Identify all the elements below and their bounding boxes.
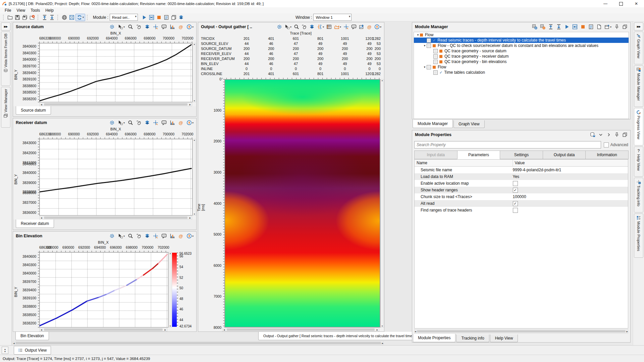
settings-icon[interactable]: [109, 24, 115, 29]
select-mode-icon[interactable]: ▾: [118, 233, 125, 239]
tree-row[interactable]: ▾✓ QC trace geometry - source datum: [414, 48, 629, 54]
save-to-db-icon[interactable]: [590, 132, 595, 137]
annotation-icon[interactable]: [351, 24, 357, 29]
compass-icon[interactable]: ▾: [186, 233, 194, 239]
report-button[interactable]: [163, 14, 170, 21]
tab-graph-view-bottom[interactable]: Graph View: [453, 120, 484, 128]
vertical-scrollbar[interactable]: ▲▼: [193, 139, 196, 216]
sync-button[interactable]: ▾: [75, 14, 85, 21]
minimize-button[interactable]: —: [598, 0, 613, 7]
tree-row[interactable]: ▾✓ Time tables calculation: [414, 70, 629, 75]
property-row[interactable]: Enable active location map: [415, 180, 628, 187]
properties-tab[interactable]: Output data: [543, 150, 586, 159]
receiver-datum-chart[interactable]: [39, 139, 193, 216]
at-icon[interactable]: [178, 120, 183, 125]
check-out-button[interactable]: [48, 14, 56, 21]
zoom-icon[interactable]: [128, 24, 133, 29]
tree-row[interactable]: ▾✓ Flow - QC to check source/receiver da…: [414, 43, 629, 48]
horizontal-scrollbar[interactable]: ◀▶: [39, 328, 167, 331]
chevron-down-icon[interactable]: [598, 132, 603, 137]
properties-tab[interactable]: Settings: [500, 150, 543, 159]
chevron-right-icon[interactable]: [606, 132, 611, 137]
horizontal-scrollbar[interactable]: ◀▶: [222, 328, 379, 331]
stop-icon[interactable]: [580, 24, 586, 29]
property-row[interactable]: Show header ranges: [415, 187, 628, 193]
wiggle-display-icon[interactable]: ▾: [317, 24, 324, 29]
tab-graph-view[interactable]: Graph View: [634, 32, 643, 64]
bin-elevation-chart[interactable]: [39, 252, 168, 327]
layers-icon[interactable]: [309, 24, 315, 29]
expand-left-dock-button[interactable]: ▶▶: [1, 22, 10, 31]
close-flow-button[interactable]: [29, 14, 36, 21]
output-gather-tab[interactable]: Output - Output gather [ Read seismic tr…: [258, 332, 413, 340]
run-step-icon[interactable]: [572, 24, 578, 29]
layers-icon[interactable]: [145, 120, 150, 125]
tab-module-properties-bottom[interactable]: Module Properties: [413, 334, 455, 342]
trace-table-icon[interactable]: [326, 24, 332, 29]
at-icon[interactable]: [367, 24, 372, 29]
tree-row[interactable]: ▾✓ Flow: [414, 64, 629, 70]
annotation-icon[interactable]: [161, 233, 167, 239]
tab-module-manager[interactable]: Module Manager: [634, 65, 643, 107]
property-row[interactable]: Seismic file name 9999-4-poland2d-psdm-i…: [415, 167, 628, 173]
remove-module-icon[interactable]: [540, 24, 545, 29]
compass-icon[interactable]: ▾: [186, 120, 194, 125]
value-checkbox[interactable]: [513, 208, 518, 213]
tab-view-manager[interactable]: View Manager: [1, 87, 10, 128]
crosshair-icon[interactable]: [343, 24, 349, 29]
tab-vista-items-from-db[interactable]: Vista Items From DB: [1, 32, 10, 86]
compass-icon[interactable]: ▾: [186, 24, 194, 29]
mouse-mode-icon[interactable]: [136, 233, 142, 239]
properties-tab[interactable]: Input data: [414, 150, 458, 159]
menu-item[interactable]: File: [2, 8, 14, 13]
mouse-mode-icon[interactable]: [136, 120, 142, 125]
histogram-icon[interactable]: [170, 120, 175, 125]
dock-up-button[interactable]: ▲▲: [2, 347, 8, 354]
mouse-mode-icon[interactable]: [136, 24, 142, 29]
tab-help-view[interactable]: Help View: [634, 146, 643, 177]
new-document-icon[interactable]: [596, 24, 602, 29]
check-in-button[interactable]: [41, 14, 48, 21]
value-checkbox[interactable]: [513, 181, 518, 186]
pin-icon[interactable]: [614, 24, 620, 29]
zoom-icon[interactable]: [128, 120, 133, 125]
close-button[interactable]: ✕: [629, 0, 644, 7]
save-all-button[interactable]: [21, 14, 29, 21]
annotation-icon[interactable]: [161, 120, 167, 125]
property-row[interactable]: Chunk size to read <Traces> 100000: [415, 193, 628, 200]
settings-icon[interactable]: [109, 120, 115, 125]
report-icon[interactable]: [588, 24, 594, 29]
new-window-icon[interactable]: ▾: [604, 24, 611, 29]
compass-icon[interactable]: ▾: [374, 24, 381, 29]
stop-button[interactable]: [155, 14, 163, 21]
advanced-checkbox[interactable]: Advanced: [604, 142, 628, 147]
histogram-icon[interactable]: [170, 24, 175, 29]
menu-item[interactable]: Tools: [28, 8, 43, 13]
search-property-input[interactable]: [414, 141, 601, 148]
save-button[interactable]: [14, 14, 21, 21]
source-datum-chart[interactable]: [39, 43, 193, 102]
layers-button[interactable]: [177, 14, 185, 21]
crosshair-icon[interactable]: [153, 233, 158, 239]
value-checkbox[interactable]: [513, 188, 518, 193]
move-up-icon[interactable]: [548, 24, 553, 29]
source-datum-tab[interactable]: Source datum: [16, 106, 51, 115]
copy-button[interactable]: [170, 14, 177, 21]
tab-module-manager-bottom[interactable]: Module Manager: [413, 120, 453, 128]
pin-icon[interactable]: [614, 132, 620, 137]
layers-icon[interactable]: [145, 24, 150, 29]
add-module-icon[interactable]: [532, 24, 537, 29]
velocity-image[interactable]: [224, 79, 380, 327]
value-checkbox[interactable]: [513, 201, 518, 206]
zoom-icon[interactable]: [294, 24, 299, 29]
select-mode-icon[interactable]: ▾: [284, 24, 291, 29]
float-panel-icon[interactable]: [622, 24, 628, 29]
settings-icon[interactable]: [277, 24, 282, 29]
tab-tracking-info[interactable]: Tracking info: [634, 178, 643, 213]
area-display-icon[interactable]: ▾: [334, 24, 341, 29]
receiver-datum-tab[interactable]: Receiver datum: [16, 220, 54, 228]
workspace-horizontal-scrollbar[interactable]: ◀▶: [13, 341, 384, 345]
module-combobox[interactable]: Read sei..: [110, 14, 138, 21]
run-flow-icon[interactable]: [564, 24, 570, 29]
annotation-icon[interactable]: [161, 24, 167, 29]
